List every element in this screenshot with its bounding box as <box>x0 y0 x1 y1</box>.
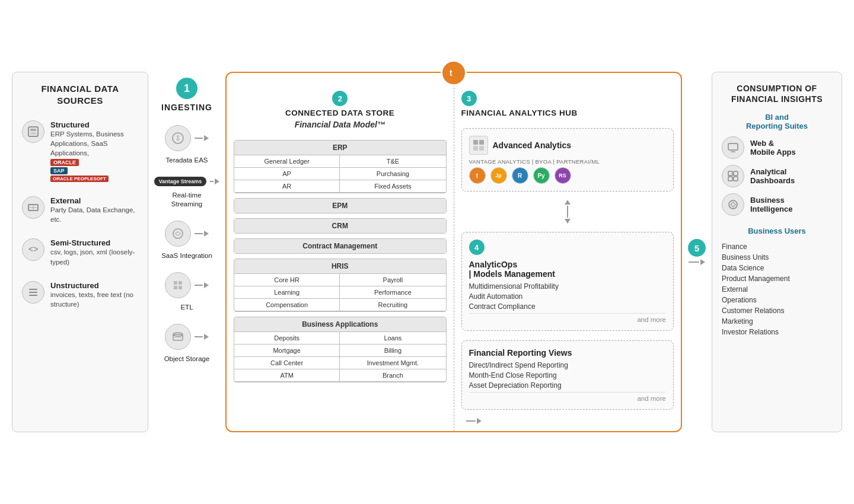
erp-cell-5: AR <box>234 180 340 193</box>
svg-point-36 <box>731 203 735 206</box>
hris-header: HRIS <box>234 259 446 273</box>
object-storage-label: Object Storage <box>164 355 210 363</box>
web-mobile-label: Web &Mobile Apps <box>750 139 796 157</box>
bu-finance: Finance <box>722 241 832 252</box>
reporting-item-2: Month-End Close Reporting <box>469 371 667 379</box>
left-panel-title: FINANCIAL DATA SOURCES <box>22 83 138 106</box>
oracle-logos: ORACLE SAP ORACLE PEOPLESOFT <box>50 159 138 182</box>
saas-integration-row <box>153 221 221 247</box>
step4-badge: 4 <box>469 240 485 255</box>
bu-business-units: Business Units <box>722 252 832 263</box>
teradata-t-logo: t <box>469 167 486 184</box>
svg-rect-24 <box>473 140 478 145</box>
advanced-analytics-box: Advanced Analytics VANTAGE ANALYTICS | B… <box>461 128 674 192</box>
bu-investor-relations: Investor Relations <box>722 327 832 337</box>
analytical-dashboards-label: AnalyticalDashboards <box>750 167 795 185</box>
business-intelligence-icon <box>722 193 744 216</box>
hris-cell-6: Recruiting <box>340 299 445 311</box>
analyticops-item-3: Contract Compliance <box>469 302 667 311</box>
ingesting-column: 1 INGESTING Teradata EAS Vantage Streams <box>148 72 225 432</box>
python-logo: Py <box>533 167 550 184</box>
svg-rect-27 <box>479 146 484 151</box>
etl-row <box>153 272 221 298</box>
business-users-title: Business Users <box>722 227 832 235</box>
svg-rect-16 <box>179 281 182 285</box>
oracle-badge: ORACLE <box>50 159 79 166</box>
web-mobile-item: Web &Mobile Apps <box>722 136 832 159</box>
business-users-list: Finance Business Units Data Science Prod… <box>722 241 832 337</box>
external-desc: Party Data, Data Exchange, etc. <box>50 205 138 224</box>
ba-cell-8: Branch <box>340 369 445 382</box>
ba-cell-4: Billing <box>340 344 445 357</box>
analyticops-title: AnalyticOps| Models Management <box>469 260 667 279</box>
svg-rect-18 <box>179 286 182 289</box>
analytics-logos: t Jp R Py RS <box>469 167 667 184</box>
svg-rect-25 <box>479 140 484 145</box>
erp-grid: General Ledger T&E AP Purchasing AR Fixe… <box>234 155 446 193</box>
step1-badge: 1 <box>176 78 197 99</box>
analytical-dashboards-icon <box>722 165 744 187</box>
hris-cell-5: Compensation <box>234 299 340 311</box>
connected-data-store-title: CONNECTED DATA STORE <box>285 109 394 117</box>
arrow-object-storage <box>195 334 209 340</box>
structured-label: Structured <box>50 120 138 129</box>
unstructured-label: Unstructured <box>50 281 138 290</box>
advanced-analytics-title: Advanced Analytics <box>493 141 572 150</box>
erp-cell-2: T&E <box>340 155 445 168</box>
crm-header: CRM <box>234 219 446 233</box>
advanced-analytics-icon <box>469 136 488 155</box>
analyticops-box: 4 AnalyticOps| Models Management Multidi… <box>461 232 674 331</box>
svg-point-14 <box>173 229 183 238</box>
arrow-teradata-eas <box>195 135 209 141</box>
erp-cell-6: Fixed Assets <box>340 180 445 193</box>
bu-customer-relations: Customer Relations <box>722 305 832 316</box>
bu-marketing: Marketing <box>722 316 832 327</box>
business-applications-grid: Deposits Loans Mortgage Billing Call Cen… <box>234 331 446 382</box>
ba-cell-3: Mortgage <box>234 344 340 357</box>
erp-header: ERP <box>234 141 446 155</box>
object-storage-row <box>153 324 221 350</box>
structured-text: Structured ERP Systems, Business Applica… <box>50 120 138 182</box>
teradata-eas-icon <box>165 125 191 151</box>
hris-cell-3: Learning <box>234 286 340 299</box>
hris-cell-4: Performance <box>340 286 445 299</box>
svg-rect-29 <box>731 151 735 152</box>
ingest-items: Teradata EAS Vantage Streams Real-timeSt… <box>153 119 221 363</box>
svg-rect-2 <box>30 132 36 135</box>
connected-data-store: 2 CONNECTED DATA STORE Financial Data Mo… <box>227 73 454 431</box>
epm-header: EPM <box>234 199 446 213</box>
step2-badge: 2 <box>332 91 348 106</box>
crm-module: CRM <box>234 218 447 234</box>
center-panel: t 2 CONNECTED DATA STORE Financial Data … <box>225 72 682 432</box>
svg-text:<>: <> <box>28 244 38 254</box>
erp-cell-1: General Ledger <box>234 155 340 168</box>
jupyter-logo: Jp <box>490 167 507 184</box>
erp-cell-3: AP <box>234 168 340 180</box>
external-source: External Party Data, Data Exchange, etc. <box>22 196 138 224</box>
center-columns: 2 CONNECTED DATA STORE Financial Data Mo… <box>227 73 681 431</box>
svg-rect-8 <box>29 292 37 293</box>
erp-cell-4: Purchasing <box>340 168 445 180</box>
bu-product-management: Product Management <box>722 273 832 284</box>
unstructured-source: Unstructured invoices, texts, free text … <box>22 281 138 309</box>
etl-icon <box>165 272 191 298</box>
etl-label: ETL <box>180 303 193 312</box>
ingesting-title: INGESTING <box>161 103 212 112</box>
unstructured-desc: invoices, texts, free text (no structure… <box>50 290 138 309</box>
structured-desc: ERP Systems, Business Applications, SaaS… <box>50 129 138 158</box>
contract-management-module: Contract Management <box>234 238 447 254</box>
analytical-dashboards-item: AnalyticalDashboards <box>722 165 832 187</box>
ba-cell-6: Investment Mgmt. <box>340 357 445 369</box>
main-diagram: FINANCIAL DATA SOURCES Structured ERP Sy… <box>12 72 842 432</box>
financial-analytics-hub: 3 FINANCIAL ANALYTICS HUB Advanced Analy… <box>454 73 681 431</box>
financial-reporting-views-box: Financial Reporting Views Direct/Indirec… <box>461 340 674 410</box>
analyticops-item-1: Multidimensional Profitability <box>469 282 667 291</box>
svg-rect-34 <box>734 177 738 181</box>
ba-cell-2: Loans <box>340 332 445 344</box>
advanced-analytics-title-row: Advanced Analytics <box>469 136 667 155</box>
semi-structured-desc: csv, logs, json, xml (loosely-typed) <box>50 247 138 266</box>
vantage-streams-row: Vantage Streams <box>153 177 221 186</box>
double-arrow-vertical <box>461 200 674 224</box>
contract-management-header: Contract Management <box>234 239 446 253</box>
external-icon <box>22 196 44 219</box>
